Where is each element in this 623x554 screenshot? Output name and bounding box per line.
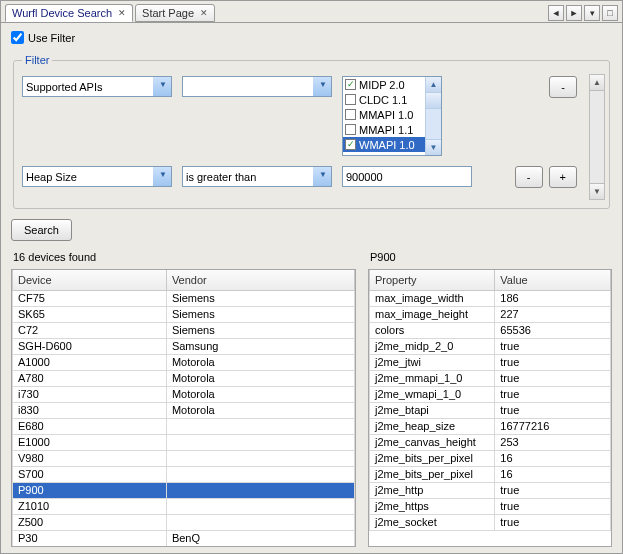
table-row[interactable]: j2me_btapitrue bbox=[370, 402, 611, 418]
table-cell: P30 bbox=[13, 530, 167, 546]
table-row[interactable]: j2me_jtwitrue bbox=[370, 354, 611, 370]
devices-count: 16 devices found bbox=[13, 251, 356, 263]
table-cell: 253 bbox=[495, 434, 611, 450]
table-cell: 65536 bbox=[495, 322, 611, 338]
scroll-down-icon[interactable]: ▼ bbox=[590, 183, 604, 199]
table-cell bbox=[166, 434, 354, 450]
column-header[interactable]: Property bbox=[370, 270, 495, 290]
scroll-up-icon[interactable]: ▲ bbox=[426, 77, 441, 93]
checkbox-icon[interactable]: ✓ bbox=[345, 139, 356, 150]
table-row[interactable]: E680 bbox=[13, 418, 355, 434]
use-filter-checkbox[interactable]: Use Filter bbox=[11, 31, 75, 44]
table-row[interactable]: j2me_midp_2_0true bbox=[370, 338, 611, 354]
table-row[interactable]: j2me_httptrue bbox=[370, 482, 611, 498]
filter-row-2: Heap Size is greater than - + bbox=[22, 166, 577, 188]
column-header[interactable]: Vendor bbox=[166, 270, 354, 290]
tab-menu-button[interactable]: ▾ bbox=[584, 5, 600, 21]
table-row[interactable]: j2me_canvas_height253 bbox=[370, 434, 611, 450]
table-cell: j2me_jtwi bbox=[370, 354, 495, 370]
table-cell: Z500 bbox=[13, 514, 167, 530]
table-row[interactable]: i730Motorola bbox=[13, 386, 355, 402]
table-cell: j2me_socket bbox=[370, 514, 495, 530]
table-cell: SGH-D600 bbox=[13, 338, 167, 354]
filter-group: Filter ▲ ▼ Supported APIs bbox=[13, 54, 610, 209]
table-cell: Z1010 bbox=[13, 498, 167, 514]
table-row[interactable]: SK65Siemens bbox=[13, 306, 355, 322]
table-row[interactable]: SGH-D600Samsung bbox=[13, 338, 355, 354]
table-row[interactable]: P900 bbox=[13, 482, 355, 498]
table-row[interactable]: A1000Motorola bbox=[13, 354, 355, 370]
filter-scrollbar[interactable]: ▲ ▼ bbox=[589, 74, 605, 200]
checkbox-icon[interactable] bbox=[345, 109, 356, 120]
table-cell: true bbox=[495, 498, 611, 514]
listbox-scrollbar[interactable]: ▲ ▼ bbox=[425, 77, 441, 155]
checkbox-icon[interactable] bbox=[345, 94, 356, 105]
close-icon[interactable]: ✕ bbox=[118, 8, 126, 18]
table-row[interactable]: C72Siemens bbox=[13, 322, 355, 338]
table-row[interactable]: j2me_heap_size16777216 bbox=[370, 418, 611, 434]
table-row[interactable]: A780Motorola bbox=[13, 370, 355, 386]
scroll-thumb[interactable] bbox=[426, 93, 441, 109]
table-row[interactable]: j2me_bits_per_pixel16 bbox=[370, 450, 611, 466]
search-button[interactable]: Search bbox=[11, 219, 72, 241]
table-row[interactable]: P30BenQ bbox=[13, 530, 355, 546]
tab-next-button[interactable]: ► bbox=[566, 5, 582, 21]
table-row[interactable]: S700 bbox=[13, 466, 355, 482]
checkbox-icon[interactable]: ✓ bbox=[345, 79, 356, 90]
table-cell: S700 bbox=[13, 466, 167, 482]
table-cell: j2me_https bbox=[370, 498, 495, 514]
table-cell: j2me_heap_size bbox=[370, 418, 495, 434]
filter-operator-select[interactable] bbox=[182, 76, 332, 97]
column-header[interactable]: Device bbox=[13, 270, 167, 290]
table-cell: P900 bbox=[13, 482, 167, 498]
scroll-up-icon[interactable]: ▲ bbox=[590, 75, 604, 91]
table-cell: colors bbox=[370, 322, 495, 338]
table-cell: Samsung bbox=[166, 338, 354, 354]
table-row[interactable]: j2me_mmapi_1_0true bbox=[370, 370, 611, 386]
table-row[interactable]: max_image_height227 bbox=[370, 306, 611, 322]
use-filter-input[interactable] bbox=[11, 31, 24, 44]
listbox-item-label: MMAPI 1.1 bbox=[359, 124, 413, 136]
filter-value-input[interactable] bbox=[342, 166, 472, 187]
listbox-item-label: CLDC 1.1 bbox=[359, 94, 407, 106]
close-icon[interactable]: ✕ bbox=[200, 8, 208, 18]
add-filter-button[interactable]: + bbox=[549, 166, 577, 188]
table-cell: A780 bbox=[13, 370, 167, 386]
table-row[interactable]: i830Motorola bbox=[13, 402, 355, 418]
table-cell: A1000 bbox=[13, 354, 167, 370]
remove-filter-button[interactable]: - bbox=[515, 166, 543, 188]
table-row[interactable]: j2me_bits_per_pixel16 bbox=[370, 466, 611, 482]
remove-filter-button[interactable]: - bbox=[549, 76, 577, 98]
table-cell: Siemens bbox=[166, 290, 354, 306]
table-row[interactable]: j2me_sockettrue bbox=[370, 514, 611, 530]
table-row[interactable]: j2me_wmapi_1_0true bbox=[370, 386, 611, 402]
scroll-down-icon[interactable]: ▼ bbox=[426, 139, 441, 155]
search-bar: Search bbox=[11, 219, 612, 241]
table-row[interactable]: colors65536 bbox=[370, 322, 611, 338]
table-cell: Siemens bbox=[166, 322, 354, 338]
table-row[interactable]: Z500 bbox=[13, 514, 355, 530]
column-header[interactable]: Value bbox=[495, 270, 611, 290]
table-row[interactable]: max_image_width186 bbox=[370, 290, 611, 306]
table-row[interactable]: E1000 bbox=[13, 434, 355, 450]
table-cell: true bbox=[495, 354, 611, 370]
table-row[interactable]: CF75Siemens bbox=[13, 290, 355, 306]
table-cell: 16 bbox=[495, 466, 611, 482]
maximize-button[interactable]: □ bbox=[602, 5, 618, 21]
tab-start-page[interactable]: Start Page ✕ bbox=[135, 4, 215, 22]
filter-operator-select[interactable]: is greater than bbox=[182, 166, 332, 187]
table-cell: max_image_width bbox=[370, 290, 495, 306]
tab-controls: ◄ ► ▾ □ bbox=[548, 5, 618, 21]
tab-wurfl-device-search[interactable]: Wurfl Device Search ✕ bbox=[5, 4, 133, 22]
filter-field-select[interactable]: Supported APIs bbox=[22, 76, 172, 97]
table-row[interactable]: Z1010 bbox=[13, 498, 355, 514]
tab-prev-button[interactable]: ◄ bbox=[548, 5, 564, 21]
table-row[interactable]: V980 bbox=[13, 450, 355, 466]
table-row[interactable]: j2me_httpstrue bbox=[370, 498, 611, 514]
properties-grid[interactable]: PropertyValuemax_image_width186max_image… bbox=[368, 269, 612, 547]
devices-grid[interactable]: DeviceVendorCF75SiemensSK65SiemensC72Sie… bbox=[11, 269, 356, 547]
api-listbox[interactable]: ✓MIDP 2.0CLDC 1.1MMAPI 1.0MMAPI 1.1✓WMAP… bbox=[342, 76, 442, 156]
filter-field-select[interactable]: Heap Size bbox=[22, 166, 172, 187]
checkbox-icon[interactable] bbox=[345, 124, 356, 135]
table-cell: Motorola bbox=[166, 386, 354, 402]
